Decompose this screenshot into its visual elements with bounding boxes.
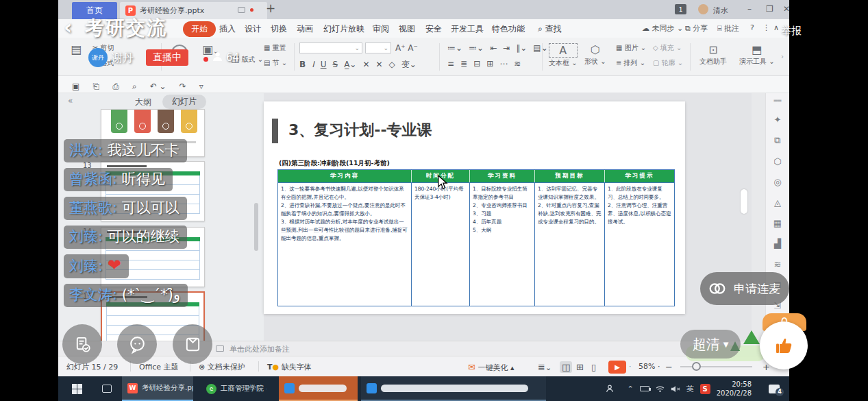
collapse-panel-icon[interactable]: « — [68, 96, 73, 106]
sorter-view-icon[interactable]: ⊞ — [576, 362, 584, 372]
list-buttons[interactable]: ≔⌄≕⌄⇤⇥∥⌄▤⌄ — [447, 43, 554, 53]
fill-button[interactable]: ◇ 填充 ⌄ — [653, 43, 682, 53]
hidden-icons-chevron[interactable]: ⌃ — [628, 385, 634, 393]
taskbar-item-wps[interactable]: W 考研经验分享.pptx ... — [122, 376, 193, 401]
slideshow-play-button[interactable]: ▶ — [608, 361, 626, 374]
panel-scrollbar[interactable] — [254, 203, 258, 251]
wifi-icon[interactable] — [656, 385, 665, 393]
font-style-buttons[interactable]: BIUSA̲⌄✕✕◇变⌄ — [299, 59, 423, 71]
collapse-ribbon-icon[interactable]: ∧ — [773, 23, 779, 32]
ribbon-tab-insert[interactable]: 插入 — [219, 23, 236, 35]
zoom-slider-knob[interactable] — [692, 362, 701, 371]
quality-selector[interactable]: 超清▼ — [680, 330, 741, 359]
protection-status[interactable]: ⊗ 文档未保护 — [199, 362, 245, 372]
current-slide[interactable]: 3、复习计划--专业课 (四)第三阶段:冲刺阶段(11月初-考前) 学习内容 时… — [264, 101, 685, 314]
font-name-select[interactable]: ⌄ — [299, 42, 362, 53]
chart-panel-icon[interactable]: ▟ — [766, 239, 789, 249]
print-icon[interactable]: ⎙ — [112, 82, 119, 91]
zoom-out-button[interactable]: − — [665, 362, 673, 372]
request-mic-button[interactable]: 申请连麦 — [700, 272, 789, 305]
shapes-button[interactable]: ⬡形状 ⌄ — [584, 43, 606, 66]
find-button[interactable]: ⌕ 查找 — [538, 23, 562, 35]
zoom-level[interactable]: 58% · — [638, 362, 660, 371]
ribbon-tab-home[interactable]: 开始 — [183, 21, 216, 37]
paste-button[interactable]: ▤ — [71, 43, 82, 56]
host-avatar[interactable]: 谢丹 — [88, 48, 108, 67]
present-tools-button[interactable]: ⬒演示工具 ⌄ — [739, 43, 775, 66]
chat-button[interactable] — [117, 324, 157, 364]
animation-icon[interactable]: ✦ — [766, 114, 789, 125]
start-button[interactable] — [66, 376, 88, 401]
table-panel-icon[interactable]: ▦ — [766, 218, 789, 228]
new-tab-button[interactable]: + — [266, 1, 275, 15]
ribbon-tab-slideshow[interactable]: 幻灯片放映 — [323, 23, 364, 35]
theme-label[interactable]: Office 主题 — [139, 362, 179, 372]
help-icon[interactable]: ? — [750, 23, 754, 32]
account-name[interactable]: 清水 — [713, 5, 728, 16]
taskbar-item-browser[interactable]: e 工商管理学院 - 36... — [201, 376, 266, 401]
missing-font-status[interactable]: T● 缺失字体 — [267, 362, 312, 372]
slide-canvas[interactable]: 3、复习计划--专业课 (四)第三阶段:冲刺阶段(11月初-考前) 学习内容 时… — [264, 93, 752, 341]
settings-sliders-icon[interactable]: ≋ — [766, 259, 789, 269]
notes-bar[interactable]: 单击此处添加备注 — [58, 341, 789, 356]
close-button[interactable]: ✕ — [783, 4, 790, 14]
medal-icon[interactable]: ◎ — [766, 177, 789, 187]
outline-button[interactable]: ▢ 轮廓 ⌄ — [653, 58, 683, 68]
battery-icon[interactable] — [640, 386, 649, 391]
back-button[interactable]: ‹ — [64, 15, 72, 39]
minimize-button[interactable]: – — [747, 4, 752, 14]
notification-center[interactable]: 4 — [769, 376, 780, 401]
ribbon-tab-view[interactable]: 视图 — [399, 23, 415, 35]
normal-view-icon[interactable]: ◫ — [560, 362, 572, 372]
ribbon-tab-features[interactable]: 特色功能 — [492, 23, 525, 35]
notes-placeholder[interactable]: 单击此处添加备注 — [230, 344, 290, 354]
ribbon-tab-devtools[interactable]: 开发工具 — [451, 23, 484, 35]
shapes-panel-icon[interactable]: ⬡ — [766, 156, 789, 167]
textbox-button[interactable]: A文本框 ⌄ — [549, 43, 578, 68]
ribbon-tab-animation[interactable]: 动画 — [297, 23, 313, 35]
ribbon-tab-security[interactable]: 安全 — [425, 23, 442, 35]
task-view-button[interactable] — [97, 376, 117, 401]
taskbar-item-chat-alert[interactable] — [279, 376, 358, 401]
transition-icon[interactable]: ⧉ — [766, 135, 789, 146]
ribbon-tab-review[interactable]: 审阅 — [373, 23, 389, 35]
window-count-badge[interactable]: 1 — [675, 4, 686, 14]
gift-box-button[interactable] — [173, 324, 212, 364]
taskbar-clock[interactable]: 20:58 2020/2/28 — [717, 380, 752, 398]
canvas-scrollbar-thumb[interactable] — [741, 189, 747, 214]
drag-handle-icon[interactable]: ══ — [766, 97, 789, 104]
reset-button[interactable]: ▦ 重置 — [264, 43, 286, 53]
smartart-icon[interactable]: ◬ — [766, 197, 789, 208]
checkin-button[interactable] — [62, 324, 102, 364]
feedback-icon[interactable] — [238, 7, 245, 13]
more-icon[interactable]: ⋮ — [762, 23, 770, 32]
print-preview-icon[interactable]: ⌕ — [132, 82, 137, 91]
arrange-button[interactable]: ≡ 排列 ⌄ — [616, 58, 645, 68]
align-buttons[interactable]: ≡≣⊟⊞⋯≋ — [447, 59, 527, 69]
share-button[interactable]: ⧉ 分享 — [685, 23, 708, 34]
ribbon-tab-design[interactable]: 设计 — [245, 23, 261, 35]
reading-view-icon[interactable]: ▯ — [591, 362, 596, 372]
ime-indicator[interactable]: 英 — [686, 384, 694, 394]
font-size-buttons[interactable]: A⁺ A⁻ — [395, 43, 418, 53]
undo-icon[interactable]: ↶ ⌄ — [150, 82, 166, 91]
customize-toolbar-icon[interactable]: ▿ — [199, 82, 203, 91]
sync-button[interactable]: ☁ 未同步 ⌄ — [642, 23, 683, 34]
sogou-icon[interactable]: S — [700, 384, 710, 394]
zoom-slider-track[interactable] — [680, 366, 752, 367]
taskbar-item-chat-window[interactable] — [361, 376, 546, 401]
section-button[interactable]: ▤ 节 ⌄ — [264, 58, 287, 68]
speaker-muted-icon[interactable] — [671, 385, 680, 393]
tab-slides[interactable]: 幻灯片 — [162, 95, 206, 109]
export-icon[interactable]: ⎗ — [92, 82, 99, 91]
tab-outline[interactable]: 大纲 — [135, 97, 151, 108]
comment-button[interactable]: ⌸ 批注 — [717, 23, 739, 34]
ribbon-tab-transition[interactable]: 切换 — [271, 23, 287, 35]
doc-assistant-button[interactable]: ⊡文档助手 — [699, 43, 727, 66]
account-avatar[interactable] — [698, 4, 708, 14]
report-button[interactable]: 举报 — [781, 25, 802, 38]
ribbon-overflow-chevron[interactable]: › — [781, 53, 784, 60]
beautify-button[interactable]: ✉ 一键美化 ▴ — [468, 362, 514, 373]
picture-button[interactable]: ▦ 图片 ⌄ — [616, 43, 646, 53]
font-size-select[interactable]: ⌄ — [365, 42, 391, 53]
